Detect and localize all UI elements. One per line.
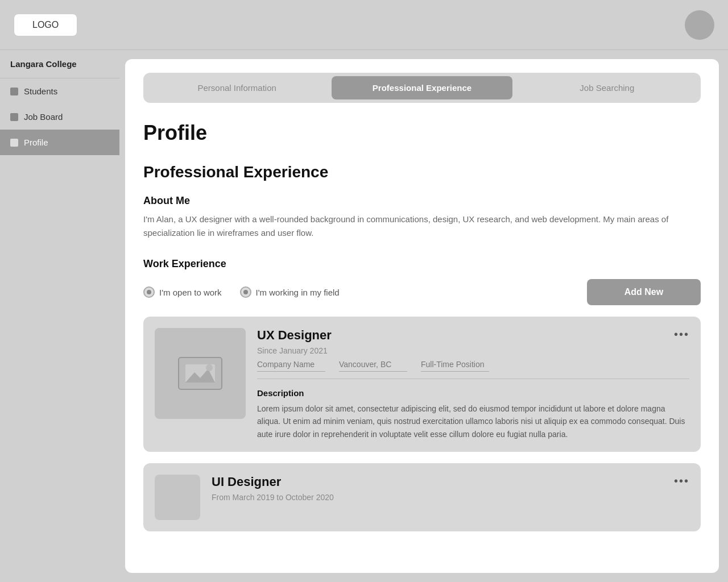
tab-job-searching[interactable]: Job Searching <box>517 76 697 99</box>
radio-circle-open <box>143 286 155 298</box>
about-me-section: About Me I'm Alan, a UX designer with a … <box>143 195 701 240</box>
profile-icon <box>10 139 18 147</box>
sidebar-item-students[interactable]: Students <box>0 78 119 104</box>
main-content: Personal Information Professional Experi… <box>125 59 719 573</box>
job-location: Vancouver, BC <box>339 360 407 372</box>
job-image-small <box>155 475 200 520</box>
tab-personal-information[interactable]: Personal Information <box>147 76 327 99</box>
job-description-text: Lorem ipsum dolor sit amet, consectetur … <box>257 402 689 440</box>
about-me-title: About Me <box>143 195 701 207</box>
header: LOGO <box>0 0 728 50</box>
job-board-icon <box>10 113 18 121</box>
radio-label-field: I'm working in my field <box>256 288 340 297</box>
sidebar: Langara College Students Job Board Profi… <box>0 50 119 582</box>
job-header-row-2: UI Designer From March 2019 to October 2… <box>212 475 689 502</box>
radio-open-to-work[interactable]: I'm open to work <box>143 286 222 298</box>
job-date-2: From March 2019 to October 2020 <box>212 493 334 502</box>
radio-inner-open <box>147 290 151 294</box>
tab-bar: Personal Information Professional Experi… <box>143 73 701 103</box>
sidebar-item-profile[interactable]: Profile <box>0 130 119 155</box>
job-company: Company Name <box>257 360 325 372</box>
job-content-ux: UX Designer Since January 2021 ••• Compa… <box>257 328 689 440</box>
sidebar-item-label: Profile <box>24 138 48 147</box>
more-options-icon[interactable]: ••• <box>674 328 689 341</box>
image-placeholder-icon <box>177 356 223 390</box>
job-position-type: Full-Time Position <box>421 360 489 372</box>
job-description-title: Description <box>257 388 689 398</box>
job-details-row: Company Name Vancouver, BC Full-Time Pos… <box>257 360 689 379</box>
layout: Langara College Students Job Board Profi… <box>0 50 728 582</box>
more-options-icon-2[interactable]: ••• <box>674 475 689 488</box>
section-title: Professional Experience <box>143 163 701 181</box>
students-icon <box>10 88 18 95</box>
job-date: Since January 2021 <box>257 346 332 355</box>
job-content-ui: UI Designer From March 2019 to October 2… <box>212 475 689 520</box>
radio-label-open: I'm open to work <box>159 288 222 297</box>
avatar[interactable] <box>685 10 714 40</box>
add-new-button[interactable]: Add New <box>587 279 701 305</box>
job-card-ui-designer: UI Designer From March 2019 to October 2… <box>143 463 701 531</box>
radio-working-in-field[interactable]: I'm working in my field <box>240 286 340 298</box>
svg-point-3 <box>206 364 213 371</box>
sidebar-item-job-board[interactable]: Job Board <box>0 104 119 130</box>
job-image-placeholder <box>155 328 246 419</box>
work-experience-title: Work Experience <box>143 258 701 270</box>
job-card-ux-designer: UX Designer Since January 2021 ••• Compa… <box>143 317 701 452</box>
radio-circle-field <box>240 286 251 298</box>
job-title-ui: UI Designer From March 2019 to October 2… <box>212 475 334 502</box>
job-header-row: UX Designer Since January 2021 ••• <box>257 328 689 355</box>
sidebar-item-label: Job Board <box>24 112 63 122</box>
work-experience-section: Work Experience I'm open to work I'm wor… <box>143 258 701 531</box>
tab-professional-experience[interactable]: Professional Experience <box>332 76 512 99</box>
sidebar-org: Langara College <box>0 50 119 78</box>
radio-inner-field <box>243 290 248 294</box>
job-title-text-2: UI Designer <box>212 475 334 489</box>
page-title: Profile <box>143 121 701 145</box>
job-title-text: UX Designer <box>257 328 332 343</box>
logo: LOGO <box>14 14 77 36</box>
about-me-text: I'm Alan, a UX designer with a well-roun… <box>143 213 701 240</box>
job-title-ux: UX Designer Since January 2021 <box>257 328 332 355</box>
sidebar-item-label: Students <box>24 86 57 96</box>
work-options-row: I'm open to work I'm working in my field… <box>143 279 701 305</box>
